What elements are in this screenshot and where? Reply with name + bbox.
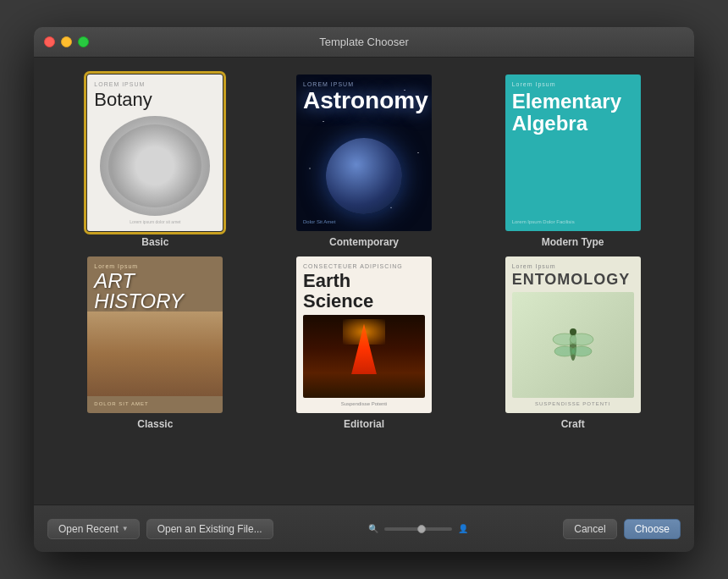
template-cover-contemporary: LOREM IPSUM Astronomy Dolor Sit Amet [296, 74, 432, 231]
cover-modern-type: Lorem Ipsum Elementary Algebra Lorem Ips… [505, 74, 641, 231]
open-existing-label: Open an Existing File... [157, 523, 262, 535]
zoom-out-icon[interactable]: 🔍 [367, 523, 379, 535]
open-recent-button[interactable]: Open Recent ▼ [47, 519, 140, 539]
astronomy-planet [326, 138, 402, 214]
astronomy-title: Astronomy [303, 89, 425, 113]
svg-point-5 [570, 328, 576, 335]
basic-label: Basic [141, 236, 168, 248]
content-area: LOREM IPSUM Botany Lorem ipsum dolor sit… [34, 58, 694, 505]
cover-classic: Lorem Ipsum ARTHISTORY DOLOR SIT AMET [87, 256, 223, 413]
entomology-subtitle: Lorem Ipsum [512, 263, 634, 269]
arthistory-title: ARTHISTORY [94, 271, 216, 312]
cover-editorial: CONSECTEUER ADIPISCING Earth Science Sus… [296, 256, 432, 413]
botany-footer: Lorem ipsum dolor sit amet [130, 219, 180, 224]
botany-flower-image [100, 116, 210, 216]
zoom-in-icon[interactable]: 👤 [457, 523, 469, 535]
template-item-contemporary[interactable]: LOREM IPSUM Astronomy Dolor Sit Amet Con… [268, 74, 461, 248]
close-button[interactable] [44, 36, 55, 47]
template-chooser-window: Template Chooser LOREM IPSUM Botany Lore… [34, 27, 694, 552]
zoom-control: 🔍 👤 [367, 523, 469, 535]
minimize-button[interactable] [61, 36, 72, 47]
dragonfly-svg [539, 316, 607, 375]
entomology-title: ENTOMOLOGY [512, 271, 634, 289]
algebra-footer: Lorem Ipsum Dolor Facilisis [512, 219, 634, 224]
choose-button[interactable]: Choose [624, 519, 681, 539]
earthscience-subtitle: CONSECTEUER ADIPISCING [303, 263, 425, 269]
template-cover-classic: Lorem Ipsum ARTHISTORY DOLOR SIT AMET [87, 256, 223, 413]
earthscience-volcano [303, 315, 425, 398]
entomology-scene [512, 292, 634, 398]
template-item-modern-type[interactable]: Lorem Ipsum Elementary Algebra Lorem Ips… [477, 74, 669, 248]
open-existing-button[interactable]: Open an Existing File... [146, 519, 273, 539]
earthscience-title: Earth Science [303, 271, 425, 312]
botany-title: Botany [94, 89, 152, 111]
svg-point-4 [571, 346, 592, 356]
template-cover-basic: LOREM IPSUM Botany Lorem ipsum dolor sit… [87, 74, 223, 231]
entomology-footer: SUSPENDISSE POTENTI [512, 401, 634, 406]
zoom-thumb [417, 525, 426, 533]
bottom-bar: Open Recent ▼ Open an Existing File... 🔍… [34, 505, 694, 552]
maximize-button[interactable] [78, 36, 89, 47]
arthistory-subtitle: Lorem Ipsum [94, 263, 216, 269]
algebra-subtitle: Lorem Ipsum [512, 81, 634, 87]
dropdown-arrow-icon: ▼ [122, 525, 129, 532]
astronomy-footer: Dolor Sit Amet [303, 219, 335, 224]
cover-contemporary: LOREM IPSUM Astronomy Dolor Sit Amet [296, 74, 432, 231]
svg-point-2 [570, 334, 593, 345]
editorial-label: Editorial [344, 418, 384, 430]
astronomy-subtitle: LOREM IPSUM [303, 81, 425, 87]
craft-label: Craft [561, 418, 585, 430]
classic-label: Classic [137, 418, 173, 430]
template-cover-modern-type: Lorem Ipsum Elementary Algebra Lorem Ips… [505, 74, 641, 231]
arthistory-footer: DOLOR SIT AMET [94, 401, 148, 406]
template-item-craft[interactable]: Lorem Ipsum ENTOMOLOGY [477, 256, 669, 430]
templates-grid: LOREM IPSUM Botany Lorem ipsum dolor sit… [59, 74, 669, 430]
cover-craft: Lorem Ipsum ENTOMOLOGY [505, 256, 641, 413]
template-item-classic[interactable]: Lorem Ipsum ARTHISTORY DOLOR SIT AMET Cl… [59, 256, 251, 430]
template-cover-craft: Lorem Ipsum ENTOMOLOGY [505, 256, 641, 413]
traffic-lights [44, 36, 89, 47]
arthistory-bg [87, 312, 223, 396]
zoom-slider[interactable] [384, 527, 452, 531]
modern-type-label: Modern Type [542, 236, 604, 248]
cancel-button[interactable]: Cancel [563, 519, 616, 539]
algebra-title: Elementary Algebra [512, 91, 634, 135]
contemporary-label: Contemporary [329, 236, 399, 248]
titlebar: Template Chooser [34, 27, 694, 58]
cancel-label: Cancel [574, 523, 605, 535]
window-title: Template Chooser [319, 36, 409, 48]
open-recent-label: Open Recent [58, 523, 119, 535]
template-item-basic[interactable]: LOREM IPSUM Botany Lorem ipsum dolor sit… [59, 74, 251, 248]
choose-label: Choose [635, 523, 670, 535]
template-item-editorial[interactable]: CONSECTEUER ADIPISCING Earth Science Sus… [268, 256, 461, 430]
template-cover-editorial: CONSECTEUER ADIPISCING Earth Science Sus… [296, 256, 432, 413]
botany-subtitle: LOREM IPSUM [94, 81, 145, 87]
cover-basic: LOREM IPSUM Botany Lorem ipsum dolor sit… [87, 74, 223, 231]
earthscience-footer: Suspendisse Potenti [303, 401, 425, 406]
